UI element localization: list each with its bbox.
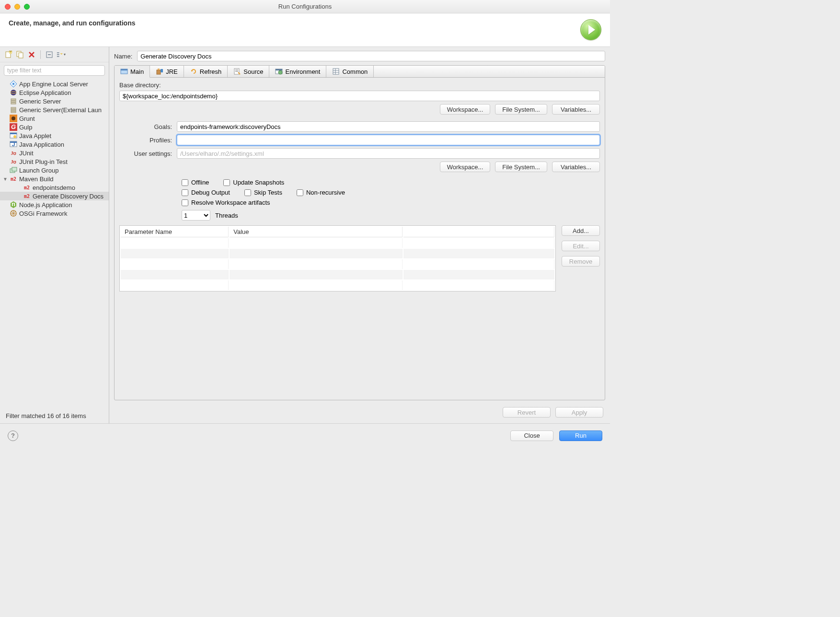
param-col-value: Value: [230, 227, 402, 237]
variables-button-2[interactable]: Variables...: [552, 162, 600, 172]
svg-rect-13: [11, 103, 16, 104]
title-bar: Run Configurations: [0, 0, 610, 13]
collapse-all-button[interactable]: [45, 50, 54, 59]
tree-item-app-engine[interactable]: App Engine Local Server: [0, 80, 109, 88]
edit-param-button[interactable]: Edit...: [562, 241, 600, 251]
filter-input[interactable]: [4, 65, 105, 76]
tree-item-launch-group[interactable]: Launch Group: [0, 166, 109, 175]
osgi-icon: [10, 210, 17, 217]
tree-item-generic-server-ext[interactable]: Generic Server(External Laun: [0, 105, 109, 114]
offline-checkbox[interactable]: Offline: [182, 179, 209, 186]
dialog-header: Create, manage, and run configurations: [0, 13, 610, 47]
goals-input[interactable]: [177, 121, 600, 132]
tab-main[interactable]: Main: [115, 66, 150, 78]
java-app-icon: J: [10, 140, 17, 148]
config-tree[interactable]: App Engine Local Server Eclipse Applicat…: [0, 79, 109, 408]
close-button[interactable]: Close: [510, 431, 553, 441]
threads-select[interactable]: 1: [182, 210, 210, 221]
run-button[interactable]: Run: [559, 431, 602, 441]
grunt-icon: [10, 115, 17, 122]
resolve-workspace-checkbox[interactable]: Resolve Workspace artifacts: [182, 199, 270, 206]
tree-item-osgi[interactable]: OSGi Framework: [0, 209, 109, 218]
filter-menu-button[interactable]: ▾: [56, 50, 66, 59]
tab-environment[interactable]: Environment: [269, 66, 326, 77]
skip-tests-checkbox[interactable]: Skip Tests: [244, 189, 282, 196]
svg-rect-47: [333, 69, 339, 74]
filter-wrap: [0, 62, 109, 79]
svg-rect-11: [11, 99, 16, 100]
delete-config-button[interactable]: [27, 50, 36, 59]
table-row[interactable]: [121, 280, 554, 290]
junit-icon: Jʊ: [10, 149, 17, 157]
tree-item-eclipse-app[interactable]: Eclipse Application: [0, 88, 109, 97]
tree-item-java-app[interactable]: JJava Application: [0, 140, 109, 149]
tab-bar: Main JRE Refresh Source Environment Comm…: [115, 66, 605, 78]
common-tab-icon: [332, 68, 340, 75]
debug-output-checkbox[interactable]: Debug Output: [182, 189, 230, 196]
tree-item-nodejs[interactable]: nNode.js Application: [0, 200, 109, 209]
tree-item-gulp[interactable]: GGulp: [0, 123, 109, 131]
svg-rect-4: [19, 53, 23, 58]
base-directory-input[interactable]: [119, 91, 600, 101]
toolbar-separator: [40, 50, 41, 59]
workspace-button[interactable]: Workspace...: [440, 104, 491, 115]
variables-button[interactable]: Variables...: [552, 104, 600, 115]
tab-jre[interactable]: JRE: [150, 66, 184, 77]
table-row[interactable]: [121, 249, 554, 258]
svg-rect-14: [11, 107, 16, 109]
svg-text:+: +: [9, 51, 12, 55]
new-config-button[interactable]: +: [4, 50, 13, 59]
base-directory-label: Base directory:: [119, 81, 600, 89]
filesystem-button-2[interactable]: File System...: [495, 162, 547, 172]
tree-item-junit-plugin[interactable]: JʊJUnit Plug-in Test: [0, 157, 109, 166]
revert-button[interactable]: Revert: [503, 407, 551, 418]
java-applet-icon: [10, 132, 17, 140]
svg-text:J: J: [12, 140, 15, 148]
apply-button[interactable]: Apply: [555, 407, 603, 418]
non-recursive-checkbox[interactable]: Non-recursive: [297, 189, 345, 196]
profiles-input[interactable]: [177, 135, 600, 145]
window-title: Run Configurations: [0, 3, 610, 10]
table-row[interactable]: [121, 270, 554, 279]
add-param-button[interactable]: Add...: [562, 225, 600, 236]
tree-item-java-applet[interactable]: Java Applet: [0, 131, 109, 140]
param-col-name: Parameter Name: [121, 227, 229, 237]
help-icon[interactable]: ?: [8, 431, 18, 441]
tree-item-endpointsdemo[interactable]: m2endpointsdemo: [0, 183, 109, 192]
tree-item-maven-build[interactable]: ▼m2Maven Build: [0, 175, 109, 183]
server-icon: [10, 106, 17, 114]
workspace-button-2[interactable]: Workspace...: [440, 162, 491, 172]
tree-item-grunt[interactable]: Grunt: [0, 114, 109, 123]
tab-main-body: Base directory: Workspace... File System…: [115, 78, 605, 400]
check-row-2: Debug Output Skip Tests Non-recursive: [182, 189, 600, 196]
server-icon: [10, 97, 17, 105]
parameter-table[interactable]: Parameter Name Value: [119, 225, 556, 291]
name-input[interactable]: [137, 51, 605, 61]
tab-source[interactable]: Source: [228, 66, 269, 77]
duplicate-config-button[interactable]: [15, 50, 25, 59]
tab-common[interactable]: Common: [326, 66, 374, 77]
goals-label: Goals:: [119, 123, 177, 130]
tree-item-junit[interactable]: JʊJUnit: [0, 149, 109, 157]
refresh-tab-icon: [190, 68, 197, 75]
svg-rect-22: [10, 133, 17, 134]
usersettings-input[interactable]: [177, 148, 600, 159]
tree-item-generate-discovery-docs[interactable]: m2Generate Discovery Docs: [0, 192, 109, 200]
profiles-row: Profiles:: [119, 135, 600, 145]
jre-tab-icon: [156, 68, 163, 75]
nodejs-icon: n: [10, 201, 17, 209]
table-row[interactable]: [121, 259, 554, 269]
filesystem-button[interactable]: File System...: [495, 104, 547, 115]
svg-point-8: [12, 83, 14, 85]
svg-rect-39: [158, 69, 160, 70]
update-snapshots-checkbox[interactable]: Update Snapshots: [223, 179, 284, 186]
threads-row: 1 Threads: [182, 210, 600, 221]
tab-refresh[interactable]: Refresh: [184, 66, 228, 77]
expand-toggle-icon[interactable]: ▼: [3, 176, 8, 182]
base-dir-button-row: Workspace... File System... Variables...: [119, 104, 600, 115]
play-triangle-icon: [588, 25, 595, 35]
remove-param-button[interactable]: Remove: [562, 256, 600, 267]
tree-item-generic-server[interactable]: Generic Server: [0, 97, 109, 105]
run-icon: [580, 19, 601, 40]
table-row[interactable]: [121, 238, 554, 248]
